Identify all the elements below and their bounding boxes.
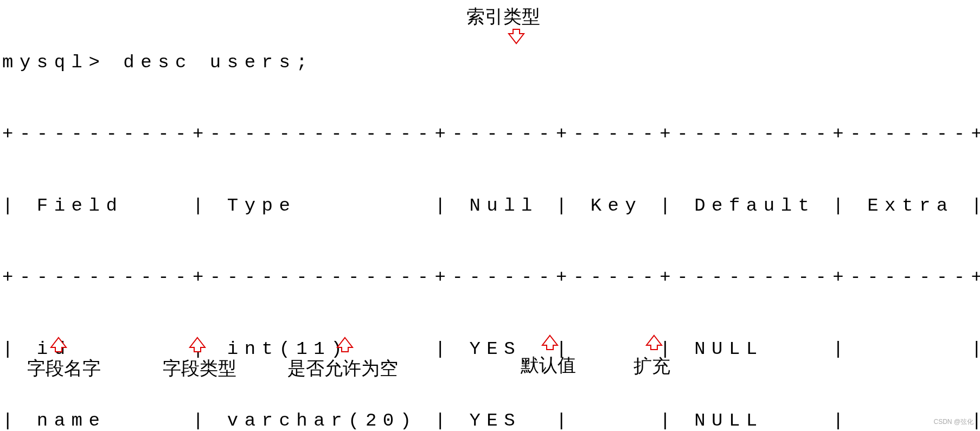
annotation-extra: 扩充 [633, 354, 670, 379]
table-border-mid: +----------+-------------+------+-----+-… [2, 259, 980, 295]
mysql-prompt: mysql> desc users; [2, 45, 980, 80]
table-border-top: +----------+-------------+------+-----+-… [2, 116, 980, 152]
annotation-null-allowed: 是否允许为空 [287, 356, 398, 381]
annotation-field-type: 字段类型 [163, 356, 236, 381]
table-row: | name | varchar(20) | YES | | NULL | | [2, 403, 980, 431]
arrow-up-icon [188, 335, 207, 355]
table-row: | id | int(11) | YES | | NULL | | [2, 331, 980, 367]
arrow-up-icon [644, 333, 664, 353]
annotation-default-value: 默认值 [521, 353, 576, 378]
watermark: CSDN @弦化 [933, 417, 973, 427]
arrow-up-icon [335, 335, 355, 355]
arrow-up-icon [540, 333, 560, 353]
table-header-row: | Field | Type | Null | Key | Default | … [2, 188, 980, 224]
arrow-up-icon [49, 335, 68, 355]
annotation-field-name: 字段名字 [27, 356, 101, 381]
terminal-output: mysql> desc users; +----------+---------… [2, 9, 980, 431]
